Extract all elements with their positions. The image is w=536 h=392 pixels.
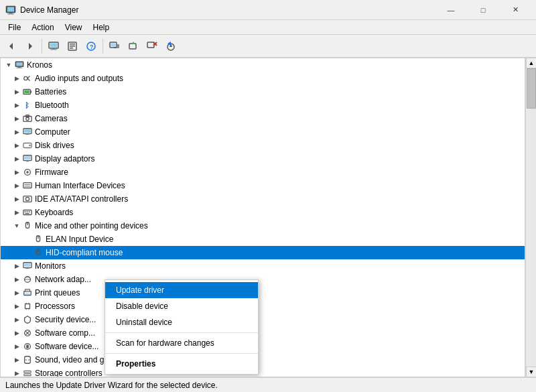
menu-action[interactable]: Action bbox=[26, 21, 59, 34]
context-menu-item[interactable]: Scan for hardware changes bbox=[105, 335, 258, 351]
svg-marker-4 bbox=[9, 43, 13, 50]
update-driver-button[interactable] bbox=[125, 38, 142, 55]
svg-rect-18 bbox=[117, 44, 119, 48]
tree-item[interactable]: ▶Firmware bbox=[1, 166, 525, 179]
back-button[interactable] bbox=[3, 38, 20, 55]
close-button[interactable]: ✕ bbox=[500, 0, 531, 20]
menu-view[interactable]: View bbox=[60, 21, 88, 34]
device-category-icon bbox=[22, 194, 33, 204]
svg-rect-69 bbox=[24, 263, 31, 267]
device-category-icon bbox=[33, 247, 44, 258]
tree-item[interactable]: ▶Disk drives bbox=[1, 139, 525, 152]
expand-collapse-icon: ▶ bbox=[11, 368, 22, 377]
tree-item-label: Security device... bbox=[35, 315, 96, 324]
tree-item[interactable]: ▶Software comp... bbox=[1, 326, 525, 340]
device-category-icon bbox=[22, 153, 33, 164]
svg-point-51 bbox=[26, 171, 29, 174]
tree-item-label: Bluetooth bbox=[35, 101, 69, 110]
title-bar: Device Manager — □ ✕ bbox=[0, 0, 536, 20]
maximize-button[interactable]: □ bbox=[468, 0, 498, 20]
forward-button[interactable] bbox=[21, 38, 39, 55]
tree-item[interactable]: ▶ᛒBluetooth bbox=[1, 99, 525, 112]
tree-item-label: HID-compliant mouse bbox=[46, 248, 123, 257]
expand-collapse-icon: ▶ bbox=[11, 287, 22, 298]
menu-bar: File Action View Help bbox=[0, 20, 536, 35]
remove-device-button[interactable] bbox=[143, 38, 161, 55]
tree-root[interactable]: ▼ Kronos bbox=[1, 58, 525, 72]
menu-help[interactable]: Help bbox=[88, 21, 115, 34]
tree-item[interactable]: ▶IDE ATA/ATAPI controllers bbox=[1, 192, 525, 206]
tree-item[interactable]: ▶Storage controllers bbox=[1, 367, 525, 377]
svg-rect-48 bbox=[24, 156, 31, 159]
tree-item-label: Human Interface Devices bbox=[35, 181, 125, 190]
tree-item[interactable]: ▶Computer bbox=[1, 125, 525, 139]
window-controls: — □ ✕ bbox=[436, 0, 531, 20]
device-tree[interactable]: ▼ Kronos ▶Audio inputs and outputs▶Batte… bbox=[0, 58, 525, 377]
toolbar: ? bbox=[0, 35, 536, 58]
expand-collapse-icon: ▶ bbox=[11, 86, 22, 97]
svg-rect-3 bbox=[7, 13, 14, 14]
tree-item[interactable]: ▶Audio inputs and outputs bbox=[1, 72, 525, 85]
svg-rect-13 bbox=[70, 48, 73, 49]
device-category-icon bbox=[22, 113, 33, 124]
tree-item[interactable]: ELAN Input Device bbox=[1, 233, 525, 246]
tree-item-label: Computer bbox=[35, 127, 70, 137]
scroll-thumb[interactable] bbox=[527, 68, 536, 109]
context-menu-item[interactable]: Disable device bbox=[105, 298, 258, 314]
expand-collapse-icon: ▶ bbox=[11, 140, 22, 151]
app-icon bbox=[5, 5, 16, 15]
svg-rect-7 bbox=[50, 43, 58, 47]
expand-collapse-icon: ▶ bbox=[11, 153, 22, 164]
tree-item-label: Processors bbox=[35, 302, 75, 311]
tree-item[interactable]: ▶Network adap... bbox=[1, 273, 525, 286]
tree-item-label: Cameras bbox=[35, 114, 68, 123]
tree-item[interactable]: ▶Display adaptors bbox=[1, 152, 525, 166]
tree-item[interactable]: ▶Security device... bbox=[1, 313, 525, 326]
svg-rect-29 bbox=[16, 62, 23, 66]
tree-item[interactable]: ▶Human Interface Devices bbox=[1, 179, 525, 192]
scroll-up-button[interactable]: ▲ bbox=[526, 58, 536, 68]
svg-text:ᛒ: ᛒ bbox=[25, 101, 29, 109]
tree-item[interactable]: ▶Keyboards bbox=[1, 206, 525, 219]
tree-item[interactable]: ▶Sound, video and game controllers bbox=[1, 353, 525, 367]
tree-item[interactable]: ▶Software device... bbox=[1, 340, 525, 353]
device-category-icon bbox=[22, 140, 33, 151]
tree-item[interactable]: ▶Cameras bbox=[1, 112, 525, 125]
tree-item[interactable]: ▶Monitors bbox=[1, 259, 525, 273]
expand-collapse-icon bbox=[22, 234, 33, 245]
context-menu: Update driverDisable deviceUninstall dev… bbox=[105, 279, 259, 375]
window-title: Device Manager bbox=[20, 5, 436, 15]
device-category-icon bbox=[22, 73, 33, 84]
svg-rect-85 bbox=[26, 344, 29, 348]
svg-rect-1 bbox=[7, 7, 14, 11]
svg-rect-11 bbox=[70, 44, 75, 45]
scrollbar[interactable]: ▲ ▼ bbox=[525, 58, 536, 377]
tree-item[interactable]: ▶Batteries bbox=[1, 85, 525, 99]
rollback-button[interactable] bbox=[162, 38, 180, 55]
context-menu-item[interactable]: Uninstall device bbox=[105, 314, 258, 330]
scroll-down-button[interactable]: ▼ bbox=[526, 367, 536, 377]
svg-rect-88 bbox=[24, 371, 31, 373]
context-menu-separator bbox=[105, 353, 258, 354]
tree-item[interactable]: ▼Mice and other pointing devices bbox=[1, 219, 525, 233]
computer-button[interactable] bbox=[45, 38, 62, 55]
tree-item-label: Firmware bbox=[35, 168, 68, 177]
svg-rect-12 bbox=[70, 46, 75, 47]
tree-item-label: Mice and other pointing devices bbox=[35, 221, 148, 231]
context-menu-item[interactable]: Properties bbox=[105, 356, 258, 372]
svg-marker-21 bbox=[131, 42, 135, 44]
context-menu-item[interactable]: Update driver bbox=[105, 282, 258, 298]
minimize-button[interactable]: — bbox=[436, 0, 466, 20]
tree-item[interactable]: ▶Print queues bbox=[1, 286, 525, 300]
tree-item-label: IDE ATA/ATAPI controllers bbox=[35, 194, 128, 204]
scroll-track[interactable] bbox=[526, 68, 536, 367]
tree-item[interactable]: ▶Processors bbox=[1, 300, 525, 313]
tree-item[interactable]: HID-compliant mouse bbox=[1, 246, 525, 259]
menu-file[interactable]: File bbox=[3, 21, 26, 34]
toolbar-separator-2 bbox=[103, 39, 103, 54]
properties-button[interactable] bbox=[64, 38, 81, 55]
scan-button[interactable] bbox=[106, 38, 123, 55]
device-category-icon: ᛒ bbox=[22, 100, 33, 111]
help-button[interactable]: ? bbox=[82, 38, 100, 55]
expand-collapse-icon: ▶ bbox=[11, 261, 22, 271]
